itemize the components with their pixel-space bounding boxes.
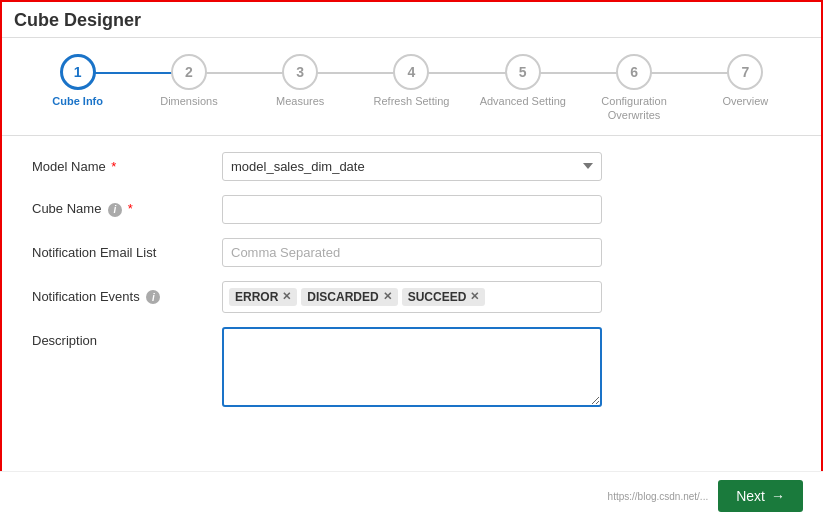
notification-events-control: ERROR ✕ DISCARDED ✕ SUCCEED ✕ — [222, 281, 602, 313]
model-name-required: * — [111, 159, 116, 174]
step-3[interactable]: 3 Measures — [245, 54, 356, 108]
cube-name-info-icon[interactable]: i — [108, 203, 122, 217]
notification-events-label: Notification Events i — [32, 289, 222, 305]
model-name-label: Model Name * — [32, 159, 222, 174]
notification-email-input[interactable] — [222, 238, 602, 267]
cube-name-required: * — [128, 201, 133, 216]
description-row: Description — [32, 327, 791, 410]
stepper: 1 Cube Info 2 Dimensions 3 Measures 4 Re… — [2, 38, 821, 136]
step-6-label: Configuration Overwrites — [578, 94, 689, 123]
description-label: Description — [32, 327, 222, 348]
watermark: https://blog.csdn.net/... — [608, 491, 709, 502]
notification-email-label: Notification Email List — [32, 245, 222, 260]
step-3-circle: 3 — [282, 54, 318, 90]
step-5-label: Advanced Setting — [480, 94, 566, 108]
step-7-label: Overview — [722, 94, 768, 108]
step-2-label: Dimensions — [160, 94, 217, 108]
step-6-circle: 6 — [616, 54, 652, 90]
description-control — [222, 327, 602, 410]
next-arrow-icon: → — [771, 488, 785, 504]
tag-discarded-remove[interactable]: ✕ — [383, 290, 392, 303]
notification-events-info-icon[interactable]: i — [146, 290, 160, 304]
notification-events-row: Notification Events i ERROR ✕ DISCARDED … — [32, 281, 791, 313]
cube-name-control: cube_sales_dim_date — [222, 195, 602, 224]
model-name-select[interactable]: model_sales_dim_date — [222, 152, 602, 181]
footer: https://blog.csdn.net/... Next → — [0, 471, 823, 520]
form-area: Model Name * model_sales_dim_date Cube N… — [2, 136, 821, 440]
notification-email-row: Notification Email List — [32, 238, 791, 267]
step-1-label: Cube Info — [52, 94, 103, 108]
tag-error-remove[interactable]: ✕ — [282, 290, 291, 303]
tag-succeed: SUCCEED ✕ — [402, 288, 486, 306]
tag-error: ERROR ✕ — [229, 288, 297, 306]
cube-name-row: Cube Name i * cube_sales_dim_date — [32, 195, 791, 224]
step-4-circle: 4 — [393, 54, 429, 90]
step-1-circle: 1 — [60, 54, 96, 90]
model-name-row: Model Name * model_sales_dim_date — [32, 152, 791, 181]
step-4[interactable]: 4 Refresh Setting — [356, 54, 467, 108]
tag-succeed-remove[interactable]: ✕ — [470, 290, 479, 303]
step-3-label: Measures — [276, 94, 324, 108]
step-6[interactable]: 6 Configuration Overwrites — [578, 54, 689, 123]
step-7-circle: 7 — [727, 54, 763, 90]
cube-name-label: Cube Name i * — [32, 201, 222, 217]
notification-email-control — [222, 238, 602, 267]
cube-name-input[interactable]: cube_sales_dim_date — [222, 195, 602, 224]
tag-discarded: DISCARDED ✕ — [301, 288, 397, 306]
page-title: Cube Designer — [2, 2, 821, 38]
step-4-label: Refresh Setting — [374, 94, 450, 108]
step-5-circle: 5 — [505, 54, 541, 90]
model-name-control: model_sales_dim_date — [222, 152, 602, 181]
step-5[interactable]: 5 Advanced Setting — [467, 54, 578, 108]
notification-events-tags[interactable]: ERROR ✕ DISCARDED ✕ SUCCEED ✕ — [222, 281, 602, 313]
step-1[interactable]: 1 Cube Info — [22, 54, 133, 108]
next-button[interactable]: Next → — [718, 480, 803, 512]
step-7[interactable]: 7 Overview — [690, 54, 801, 108]
step-2[interactable]: 2 Dimensions — [133, 54, 244, 108]
step-2-circle: 2 — [171, 54, 207, 90]
description-textarea[interactable] — [222, 327, 602, 407]
